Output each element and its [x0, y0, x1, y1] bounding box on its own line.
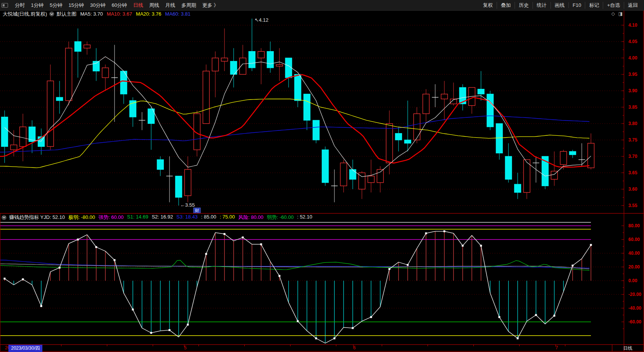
- indicator-readout-5: S3: 18.43: [176, 214, 198, 221]
- svg-text:20.00: 20.00: [628, 264, 640, 270]
- indicator-readout-3: S1: 14.69: [127, 214, 148, 221]
- svg-text:3.90: 3.90: [628, 88, 638, 93]
- svg-text:3.55: 3.55: [628, 203, 638, 208]
- svg-text:4.00: 4.00: [628, 55, 638, 61]
- chart-canvas[interactable]: ↖4.12←3.55财 80.0060.0040.0020.000.00-20.…: [0, 0, 644, 352]
- svg-text:↖4.12: ↖4.12: [255, 17, 268, 23]
- svg-text:3.80: 3.80: [628, 121, 638, 126]
- month-label-7: 7: [555, 345, 558, 350]
- svg-text:-40.00: -40.00: [628, 305, 641, 311]
- indicator-lines: [0, 222, 592, 343]
- period-status-cell: 日线: [612, 345, 643, 352]
- svg-text:3.60: 3.60: [628, 186, 638, 192]
- candlestick-series: [2, 19, 594, 206]
- svg-text:40.00: 40.00: [628, 251, 640, 256]
- indicator-header-row: 赚钱趋势指标 YJD: 52.10极弱: -80.00强势: 60.00S1: …: [0, 214, 622, 221]
- svg-text:3.75: 3.75: [628, 137, 638, 143]
- trading-app-window: 分时1分钟5分钟15分钟30分钟60分钟日线周线月线多周期更多 》 复权叠加历史…: [0, 0, 644, 352]
- indicator-collapse-icon[interactable]: [2, 215, 6, 220]
- indicator-readout-4: S2: 16.92: [152, 214, 173, 221]
- indicator-readout-1: 极弱: -80.00: [68, 214, 95, 221]
- indicator-readout-0[interactable]: 赚钱趋势指标 YJD: 52.10: [9, 214, 65, 221]
- svg-text:-20.00: -20.00: [628, 292, 641, 297]
- svg-text:3.65: 3.65: [628, 170, 638, 175]
- date-axis-bar: 2023 2023/03/30/四 567 日线: [0, 345, 644, 352]
- svg-text:3.70: 3.70: [628, 154, 638, 159]
- svg-text:←3.55: ←3.55: [180, 202, 195, 208]
- indicator-histogram: [5, 231, 591, 343]
- month-label-5: 5: [184, 345, 187, 350]
- svg-text:3.95: 3.95: [628, 72, 638, 77]
- svg-text:财: 财: [195, 208, 199, 213]
- svg-text:-60.00: -60.00: [628, 319, 641, 325]
- svg-text:3.85: 3.85: [628, 104, 638, 110]
- indicator-readout-7: : 75.00: [220, 214, 235, 221]
- svg-text:60.00: 60.00: [628, 237, 640, 242]
- month-label-6: 6: [353, 345, 356, 350]
- indicator-readout-6: : 85.00: [201, 214, 216, 221]
- selected-date-badge: 2023/03/30/四: [8, 345, 42, 352]
- svg-text:4.10: 4.10: [628, 23, 638, 28]
- indicator-value-readouts: 赚钱趋势指标 YJD: 52.10极弱: -80.00强势: 60.00S1: …: [9, 214, 312, 221]
- svg-text:80.00: 80.00: [628, 223, 640, 228]
- indicator-readout-8: 风险: 80.00: [238, 214, 263, 221]
- svg-text:4.05: 4.05: [628, 39, 638, 44]
- indicator-readout-10: : 52.10: [297, 214, 312, 221]
- indicator-readout-9: 弱势: -60.00: [267, 214, 294, 221]
- svg-text:0.00: 0.00: [628, 278, 638, 283]
- indicator-readout-2: 强势: 60.00: [98, 214, 124, 221]
